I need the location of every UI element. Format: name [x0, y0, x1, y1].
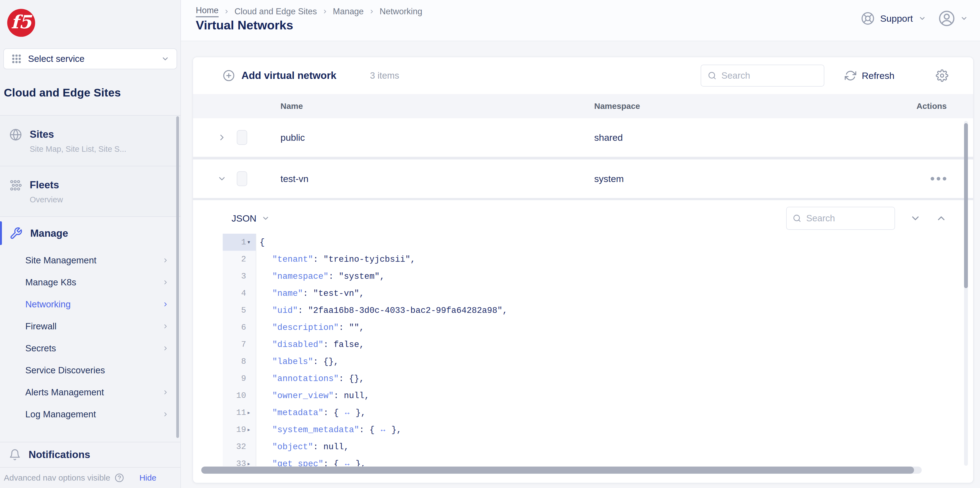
sidebar-item-secrets[interactable]: Secrets	[0, 337, 180, 359]
expand-chevron-right-icon[interactable]	[217, 133, 235, 142]
topbar-right: Support	[861, 10, 968, 27]
json-code-line: 1▾{	[223, 234, 973, 251]
horizontal-scrollbar[interactable]	[201, 467, 922, 474]
line-number: 19	[236, 425, 246, 434]
cell-namespace: system	[594, 173, 892, 184]
json-code-line: 5"uid": "2faa16b8-3d0c-4033-bac2-99fa642…	[223, 302, 973, 319]
card-toolbar: Add virtual network 3 items	[193, 57, 973, 94]
find-next-button[interactable]	[910, 213, 921, 224]
sidebar-item-label: Service Discoveries	[25, 365, 105, 375]
expand-toggle-icon[interactable]: ▸	[247, 409, 254, 416]
collapse-chevron-down-icon[interactable]	[217, 174, 235, 183]
chevron-right-icon	[162, 389, 169, 396]
line-number-gutter: 6	[223, 319, 256, 336]
content: Add virtual network 3 items	[181, 41, 980, 488]
add-virtual-network-button[interactable]: Add virtual network	[223, 70, 336, 82]
ellipsis-icon	[930, 176, 947, 181]
expand-toggle-icon[interactable]: ▸	[247, 426, 254, 434]
line-number: 33	[236, 459, 246, 466]
cell-name: test-vn	[265, 173, 594, 184]
row-checkbox[interactable]	[237, 171, 247, 186]
line-number-gutter: 9	[223, 370, 256, 387]
line-number-gutter: 32	[223, 438, 256, 455]
chevron-right-icon	[162, 323, 169, 330]
refresh-button[interactable]: Refresh	[845, 70, 894, 81]
sidebar-item-service-discoveries[interactable]: Service Discoveries	[0, 359, 180, 381]
help-circle-icon[interactable]	[115, 473, 124, 483]
sidebar-footer: Advanced nav options visible Hide	[0, 467, 180, 488]
json-code-line: 2"tenant": "treino-tyjcbsii",	[223, 251, 973, 268]
collapse-toggle-icon[interactable]: ▾	[247, 238, 254, 246]
breadcrumb-separator-icon	[322, 8, 328, 14]
json-line-text: "name": "test-vn",	[256, 285, 364, 302]
vertical-scrollbar-thumb[interactable]	[964, 123, 968, 288]
avatar-icon	[938, 10, 955, 27]
sidebar-item-label: Firewall	[25, 321, 57, 332]
json-code-line: 6"description": "",	[223, 319, 973, 336]
line-number-gutter: 5	[223, 302, 256, 319]
sidebar-item-alerts-management[interactable]: Alerts Management	[0, 381, 180, 403]
horizontal-scrollbar-thumb[interactable]	[201, 467, 914, 474]
chevron-right-icon	[162, 257, 169, 264]
line-number: 5	[241, 306, 246, 315]
json-line-text: "owner_view": null,	[256, 387, 369, 404]
vertical-scrollbar[interactable]	[964, 121, 968, 466]
search-icon	[793, 213, 801, 223]
fleet-icon	[10, 179, 22, 192]
breadcrumb-item: Networking	[380, 6, 422, 16]
json-code-line: 10"owner_view": null,	[223, 387, 973, 404]
sidebar-item-label: Alerts Management	[25, 387, 104, 397]
breadcrumb-item[interactable]: Manage	[333, 6, 364, 16]
manage-subitems: Site ManagementManage K8sNetworkingFirew…	[0, 250, 180, 425]
search-icon	[708, 71, 717, 81]
format-dropdown[interactable]: JSON	[232, 213, 270, 224]
sidebar-scrollbar[interactable]	[176, 116, 179, 438]
line-number: 10	[236, 391, 246, 400]
line-number-gutter: 4	[223, 285, 256, 302]
sidebar-item-log-management[interactable]: Log Management	[0, 403, 180, 425]
hide-link[interactable]: Hide	[139, 473, 156, 483]
sidebar-item-firewall[interactable]: Firewall	[0, 315, 180, 337]
sidebar-item-label: Secrets	[25, 343, 56, 354]
life-ring-icon	[861, 11, 875, 25]
chevron-right-icon	[162, 345, 169, 351]
add-virtual-network-label: Add virtual network	[242, 70, 336, 81]
table-row[interactable]: public shared	[193, 118, 973, 157]
table-row[interactable]: test-vn system	[193, 157, 973, 200]
sidebar-group-sites[interactable]: Sites Site Map, Site List, Site S...	[0, 116, 180, 166]
breadcrumb-item[interactable]: Home	[196, 5, 219, 17]
json-line-text: "get_spec": { ↔ },	[256, 455, 366, 466]
table-search-input[interactable]	[721, 70, 817, 81]
json-search-input[interactable]	[806, 213, 888, 224]
row-checkbox[interactable]	[237, 130, 247, 145]
svg-text:f5: f5	[11, 11, 32, 33]
settings-button[interactable]	[936, 69, 948, 82]
notifications-label: Notifications	[29, 449, 90, 461]
json-code-line: 11▸"metadata": { ↔ },	[223, 404, 973, 421]
sidebar-item-notifications[interactable]: Notifications	[0, 442, 180, 467]
breadcrumb-separator-icon	[224, 8, 230, 14]
sidebar-group-fleets[interactable]: Fleets Overview	[0, 166, 180, 217]
json-code-line: 7"disabled": false,	[223, 336, 973, 353]
chevron-down-icon	[261, 214, 270, 223]
json-code-line: 9"annotations": {},	[223, 370, 973, 387]
select-service-dropdown[interactable]: Select service	[3, 48, 177, 69]
json-line-text: "labels": {},	[256, 353, 339, 370]
find-previous-button[interactable]	[936, 213, 947, 224]
cell-name: public	[265, 132, 594, 143]
breadcrumb-item[interactable]: Cloud and Edge Sites	[235, 6, 317, 16]
expand-toggle-icon[interactable]: ▸	[247, 460, 254, 466]
account-menu[interactable]	[938, 10, 968, 27]
line-number-gutter: 10	[223, 387, 256, 404]
sidebar-item-networking[interactable]: Networking	[0, 293, 180, 315]
globe-icon	[10, 129, 22, 141]
json-panel-header: JSON	[193, 203, 973, 234]
sidebar-item-manage-k8s[interactable]: Manage K8s	[0, 271, 180, 293]
sidebar-item-site-management[interactable]: Site Management	[0, 250, 180, 271]
sidebar-group-manage[interactable]: Manage	[0, 217, 180, 250]
support-menu[interactable]: Support	[861, 11, 926, 25]
sidebar: f5 Select service Cloud and Edge Sites	[0, 0, 181, 488]
row-actions-menu[interactable]	[930, 176, 947, 181]
column-header-name: Name	[265, 102, 594, 111]
cell-namespace: shared	[594, 132, 892, 143]
